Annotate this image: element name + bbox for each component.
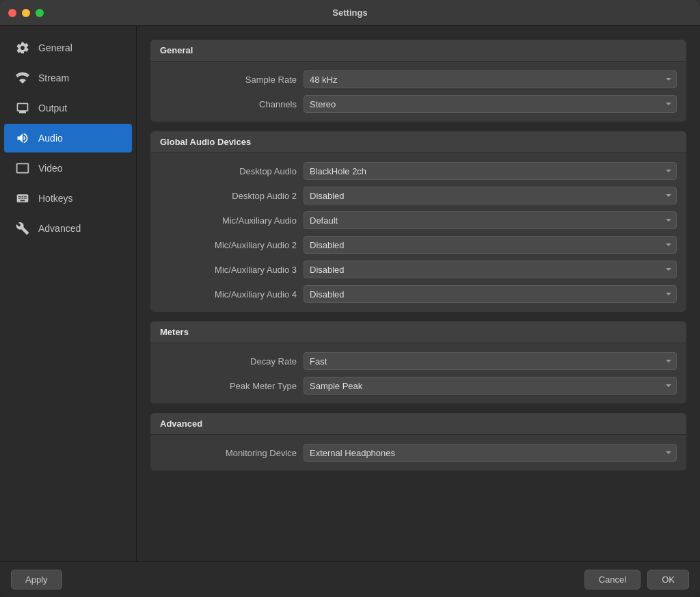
content-area: General Sample Rate 48 kHz 44.1 kHz 32 k…: [137, 26, 700, 561]
section-general-body: Sample Rate 48 kHz 44.1 kHz 32 kHz: [150, 62, 686, 122]
select-wrapper-peak-meter-type: Sample Peak True Peak: [304, 377, 677, 395]
select-wrapper-mic-aux-4: Disabled Default: [304, 285, 677, 303]
section-meters-header: Meters: [150, 321, 686, 343]
select-desktop-audio[interactable]: BlackHole 2ch Disabled: [304, 162, 677, 180]
control-peak-meter-type: Sample Peak True Peak: [304, 377, 677, 395]
section-advanced-body: Monitoring Device External Headphones De…: [150, 435, 686, 470]
form-row-desktop-audio-2: Desktop Audio 2 Disabled Default: [150, 183, 686, 208]
sidebar-item-hotkeys[interactable]: Hotkeys: [4, 184, 132, 213]
label-desktop-audio-2: Desktop Audio 2: [160, 191, 297, 201]
select-wrapper-mic-aux: Default Disabled: [304, 211, 677, 229]
sidebar-item-audio-label: Audio: [38, 133, 63, 144]
control-channels: Stereo Mono: [304, 95, 677, 113]
sidebar-item-output[interactable]: Output: [4, 94, 132, 122]
select-mic-aux[interactable]: Default Disabled: [304, 211, 677, 229]
sidebar-item-stream[interactable]: Stream: [4, 64, 132, 92]
apply-button[interactable]: Apply: [11, 570, 62, 589]
section-general: General Sample Rate 48 kHz 44.1 kHz 32 k…: [150, 40, 686, 122]
sidebar-item-stream-label: Stream: [38, 72, 69, 83]
form-row-sample-rate: Sample Rate 48 kHz 44.1 kHz 32 kHz: [150, 67, 686, 92]
label-decay-rate: Decay Rate: [160, 356, 297, 367]
form-row-desktop-audio: Desktop Audio BlackHole 2ch Disabled: [150, 159, 686, 183]
control-sample-rate: 48 kHz 44.1 kHz 32 kHz: [304, 70, 677, 88]
select-desktop-audio-2[interactable]: Disabled Default: [304, 187, 677, 204]
section-global-audio: Global Audio Devices Desktop Audio Black…: [150, 131, 686, 312]
label-mic-aux: Mic/Auxiliary Audio: [160, 215, 297, 226]
select-wrapper-desktop-audio-2: Disabled Default: [304, 187, 677, 204]
label-sample-rate: Sample Rate: [160, 75, 297, 85]
label-channels: Channels: [160, 99, 297, 109]
label-mic-aux-4: Mic/Auxiliary Audio 4: [160, 289, 297, 300]
select-wrapper-channels: Stereo Mono: [304, 95, 677, 113]
sidebar-item-audio[interactable]: Audio: [4, 124, 132, 152]
select-wrapper-mic-aux-2: Disabled Default: [304, 236, 677, 254]
control-mic-aux-2: Disabled Default: [304, 236, 677, 254]
form-row-decay-rate: Decay Rate Fast Medium Slow: [150, 349, 686, 373]
window-controls: [8, 9, 44, 17]
sidebar-item-hotkeys-label: Hotkeys: [38, 193, 73, 204]
select-peak-meter-type[interactable]: Sample Peak True Peak: [304, 377, 677, 395]
control-mic-aux: Default Disabled: [304, 211, 677, 229]
form-row-channels: Channels Stereo Mono: [150, 92, 686, 116]
label-desktop-audio: Desktop Audio: [160, 166, 297, 176]
control-desktop-audio: BlackHole 2ch Disabled: [304, 162, 677, 180]
select-wrapper-desktop-audio: BlackHole 2ch Disabled: [304, 162, 677, 180]
section-meters-body: Decay Rate Fast Medium Slow: [150, 343, 686, 403]
select-wrapper-mic-aux-3: Disabled Default: [304, 261, 677, 278]
section-advanced: Advanced Monitoring Device External Head…: [150, 413, 686, 470]
form-row-mic-aux: Mic/Auxiliary Audio Default Disabled: [150, 208, 686, 233]
ok-button[interactable]: OK: [647, 570, 689, 589]
sidebar: General Stream Output: [0, 26, 137, 561]
select-channels[interactable]: Stereo Mono: [304, 95, 677, 113]
section-general-header: General: [150, 40, 686, 62]
label-monitoring-device: Monitoring Device: [160, 448, 297, 458]
form-row-mic-aux-3: Mic/Auxiliary Audio 3 Disabled Default: [150, 257, 686, 282]
close-button[interactable]: [8, 9, 16, 17]
select-wrapper-decay-rate: Fast Medium Slow: [304, 352, 677, 370]
window-title: Settings: [332, 8, 367, 18]
bottom-right-buttons: Cancel OK: [584, 570, 689, 589]
sidebar-item-general[interactable]: General: [4, 34, 132, 62]
control-decay-rate: Fast Medium Slow: [304, 352, 677, 370]
label-peak-meter-type: Peak Meter Type: [160, 381, 297, 391]
select-wrapper-sample-rate: 48 kHz 44.1 kHz 32 kHz: [304, 70, 677, 88]
sidebar-item-advanced-label: Advanced: [38, 223, 81, 234]
stream-icon: [15, 70, 30, 85]
keyboard-icon: [15, 191, 30, 206]
minimize-button[interactable]: [22, 9, 30, 17]
form-row-mic-aux-2: Mic/Auxiliary Audio 2 Disabled Default: [150, 233, 686, 257]
audio-icon: [15, 131, 30, 146]
section-meters: Meters Decay Rate Fast Medium Slow: [150, 321, 686, 403]
select-decay-rate[interactable]: Fast Medium Slow: [304, 352, 677, 370]
cancel-button[interactable]: Cancel: [584, 570, 641, 589]
form-row-mic-aux-4: Mic/Auxiliary Audio 4 Disabled Default: [150, 282, 686, 306]
select-monitoring-device[interactable]: External Headphones Default: [304, 444, 677, 462]
control-mic-aux-4: Disabled Default: [304, 285, 677, 303]
form-row-monitoring-device: Monitoring Device External Headphones De…: [150, 440, 686, 465]
label-mic-aux-2: Mic/Auxiliary Audio 2: [160, 240, 297, 250]
title-bar: Settings: [0, 0, 700, 26]
monitor-icon: [15, 101, 30, 116]
sidebar-item-general-label: General: [38, 42, 72, 53]
label-mic-aux-3: Mic/Auxiliary Audio 3: [160, 265, 297, 275]
sidebar-item-output-label: Output: [38, 103, 67, 114]
control-desktop-audio-2: Disabled Default: [304, 187, 677, 204]
section-global-audio-header: Global Audio Devices: [150, 131, 686, 153]
section-global-audio-body: Desktop Audio BlackHole 2ch Disabled De: [150, 153, 686, 312]
section-advanced-header: Advanced: [150, 413, 686, 435]
wrench-icon: [15, 221, 30, 236]
sidebar-item-advanced[interactable]: Advanced: [4, 214, 132, 243]
maximize-button[interactable]: [36, 9, 44, 17]
select-sample-rate[interactable]: 48 kHz 44.1 kHz 32 kHz: [304, 70, 677, 88]
control-monitoring-device: External Headphones Default: [304, 444, 677, 462]
video-icon: [15, 161, 30, 176]
sidebar-item-video[interactable]: Video: [4, 154, 132, 183]
control-mic-aux-3: Disabled Default: [304, 261, 677, 278]
gear-icon: [15, 40, 30, 55]
settings-window: Settings General Stream: [0, 0, 700, 597]
select-wrapper-monitoring-device: External Headphones Default: [304, 444, 677, 462]
select-mic-aux-2[interactable]: Disabled Default: [304, 236, 677, 254]
select-mic-aux-4[interactable]: Disabled Default: [304, 285, 677, 303]
main-content: General Stream Output: [0, 26, 700, 561]
select-mic-aux-3[interactable]: Disabled Default: [304, 261, 677, 278]
